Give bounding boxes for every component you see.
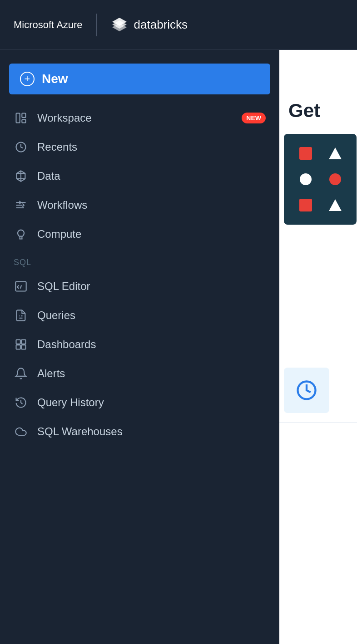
clock-card <box>284 368 329 413</box>
svg-rect-5 <box>22 120 25 123</box>
sidebar-item-label-compute: Compute <box>37 228 81 241</box>
sidebar-item-compute[interactable]: Compute <box>0 220 279 249</box>
sidebar-item-label-alerts: Alerts <box>37 367 65 380</box>
svg-line-18 <box>20 285 21 289</box>
sidebar-item-label-dashboards: Dashboards <box>37 338 96 351</box>
azure-label: Microsoft Azure <box>14 19 83 31</box>
sidebar-item-sql-warehouses[interactable]: SQL Warehouses <box>0 417 279 446</box>
header: Microsoft Azure databricks <box>0 0 357 50</box>
shape-white-triangle-2 <box>329 199 342 211</box>
sidebar-item-label-sql-editor: SQL Editor <box>37 280 90 293</box>
sidebar-item-label-data: Data <box>37 170 60 182</box>
sidebar-item-sql-editor[interactable]: SQL Editor <box>0 272 279 301</box>
sidebar-item-recents[interactable]: Recents <box>0 133 279 162</box>
shape-red-circle <box>329 173 341 185</box>
new-button-label: New <box>42 72 68 86</box>
sidebar-item-workspace[interactable]: Workspace NEW <box>0 103 279 133</box>
sql-editor-icon <box>14 279 28 294</box>
workflows-icon <box>14 198 28 212</box>
sql-warehouses-icon <box>14 424 28 439</box>
shape-red-square <box>299 147 312 160</box>
get-heading: Get <box>288 100 320 122</box>
svg-rect-25 <box>21 345 25 349</box>
svg-rect-22 <box>16 340 20 344</box>
plus-circle-icon: + <box>20 72 35 86</box>
sidebar-item-workflows[interactable]: Workflows <box>0 191 279 220</box>
svg-rect-3 <box>16 113 20 123</box>
shape-red-square-2 <box>299 199 312 211</box>
dashboards-icon <box>14 337 28 352</box>
sidebar-item-dashboards[interactable]: Dashboards <box>0 330 279 359</box>
query-history-icon <box>14 395 28 410</box>
svg-rect-24 <box>16 345 20 349</box>
sidebar-item-queries[interactable]: Queries <box>0 301 279 330</box>
right-panel-divider <box>279 422 357 423</box>
main-layout: + New Workspace NEW Recen <box>0 50 357 644</box>
svg-rect-4 <box>22 113 25 118</box>
right-panel: Get <box>279 50 357 644</box>
data-icon <box>14 169 28 183</box>
alerts-icon <box>14 366 28 381</box>
sidebar-item-label-sql-warehouses: SQL Warehouses <box>37 425 123 438</box>
sidebar-item-label-workspace: Workspace <box>37 112 92 124</box>
databricks-brand: databricks <box>110 16 188 34</box>
new-badge-workspace: NEW <box>242 113 266 123</box>
sidebar: + New Workspace NEW Recen <box>0 50 279 644</box>
shape-white-circle <box>300 173 312 185</box>
shapes-card <box>284 134 357 225</box>
sidebar-item-data[interactable]: Data <box>0 162 279 191</box>
sidebar-item-label-query-history: Query History <box>37 396 104 409</box>
shape-white-triangle <box>329 147 342 159</box>
workspace-icon <box>14 111 28 125</box>
sidebar-item-label-queries: Queries <box>37 309 75 322</box>
compute-icon <box>14 227 28 241</box>
sidebar-item-alerts[interactable]: Alerts <box>0 359 279 388</box>
databricks-label: databricks <box>134 18 188 32</box>
sidebar-item-query-history[interactable]: Query History <box>0 388 279 417</box>
sidebar-item-label-workflows: Workflows <box>37 199 87 211</box>
clock-icon <box>295 379 318 402</box>
databricks-icon <box>110 16 129 34</box>
header-divider <box>96 14 97 36</box>
recents-icon <box>14 140 28 154</box>
sidebar-item-label-recents: Recents <box>37 141 77 153</box>
queries-icon <box>14 308 28 323</box>
new-button[interactable]: + New <box>9 64 270 94</box>
sql-section-label: SQL <box>0 249 279 272</box>
svg-rect-23 <box>21 340 25 344</box>
